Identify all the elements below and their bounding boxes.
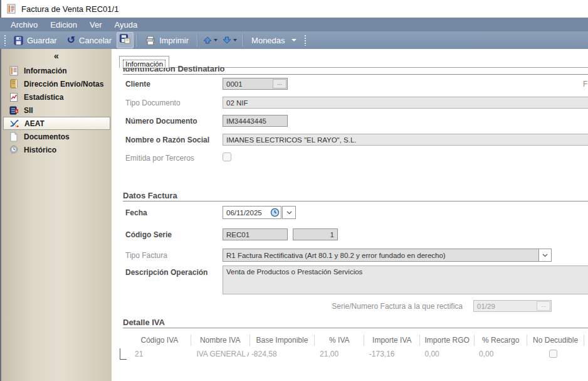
- toolbar-separator: [197, 34, 197, 46]
- sidebar-item-label: Documentos: [24, 132, 70, 141]
- monedas-caret-icon: [291, 39, 297, 41]
- move-up-button[interactable]: [201, 35, 220, 45]
- tipo-factura-select[interactable]: R1 Factura Rectificativa (Art 80.1 y 80.…: [223, 249, 552, 262]
- history-clock-icon: [9, 145, 19, 155]
- tipo-documento-value: 02 NIF: [223, 99, 251, 107]
- rectifica-field[interactable]: 01/29 ...: [473, 300, 552, 312]
- col-nombre-iva[interactable]: Nombre IVA: [191, 335, 249, 346]
- detalle-iva-row[interactable]: 21 IVA GENERAL AL -824,58 21,00 -173,16 …: [129, 348, 588, 360]
- toolbar-separator: [243, 34, 243, 46]
- imprimir-button[interactable]: Imprimir: [140, 34, 194, 47]
- cliente-browse-button[interactable]: ...: [273, 79, 286, 89]
- titlebar: Factura de Venta REC01/1: [0, 0, 588, 18]
- save-template-icon: [120, 34, 130, 44]
- sidebar-item-estadistica[interactable]: Estadística: [1, 90, 112, 104]
- menu-ayuda[interactable]: Ayuda: [109, 19, 144, 31]
- sidebar-item-label: AEAT: [24, 119, 45, 128]
- cutoff-right-label: F: [583, 80, 588, 89]
- undo-icon: ↺: [67, 36, 75, 45]
- tipo-documento-label: Tipo Documento: [125, 99, 219, 107]
- col-importe-iva[interactable]: Importe IVA: [364, 335, 419, 346]
- tab-label: Información: [123, 60, 165, 68]
- numero-documento-label: Número Documento: [125, 117, 219, 126]
- col-base-imponible[interactable]: Base Imponible: [249, 335, 315, 346]
- descripcion-value: Venta de Productos o Prestación Servicio…: [223, 266, 365, 276]
- section-identificacion-title: Identificacion Destinatario: [123, 64, 588, 75]
- address-book-icon: [9, 79, 19, 89]
- toolbar-grip: [304, 35, 307, 46]
- row-selector-marker[interactable]: [120, 348, 127, 360]
- nombre-razon-field[interactable]: IMANES ELECTRICOS "EL RAYO", S.L.: [223, 134, 588, 146]
- monedas-button[interactable]: Monedas: [246, 34, 301, 47]
- numero-documento-field[interactable]: IM34443445: [223, 115, 288, 127]
- col-pct-recargo[interactable]: % Recargo: [474, 335, 527, 346]
- section-detalle-iva-title: Detalle IVA: [123, 318, 588, 328]
- tab-informacion[interactable]: Información: [119, 56, 169, 68]
- no-decudible-checkbox[interactable]: [549, 350, 557, 358]
- tipo-factura-value: R1 Factura Rectificativa (Art 80.1 y 80.…: [223, 252, 449, 259]
- menubar: Archivo Edicion Ver Ayuda: [0, 18, 588, 31]
- col-cutoff[interactable]: P: [584, 335, 588, 346]
- fecha-field[interactable]: 06/11/2025: [223, 206, 281, 219]
- sidebar-item-label: Dirección Envío/Notas: [24, 80, 103, 89]
- rectifica-value: 01/29: [474, 303, 498, 310]
- col-codigo-iva[interactable]: Código IVA: [129, 335, 191, 346]
- col-importe-rgo[interactable]: Importe RGO: [419, 335, 474, 346]
- tipo-documento-field[interactable]: 02 NIF: [223, 97, 588, 109]
- cell-codigo-iva: 21: [129, 348, 190, 360]
- cell-no-decudible: [525, 348, 582, 360]
- toolbar-grip: [4, 35, 6, 46]
- nombre-razon-label: Nombre o Razón Social: [125, 136, 219, 144]
- arrow-up-icon: [203, 36, 212, 44]
- toolbar: Guardar ↺ Cancelar Imprimir: [0, 31, 588, 49]
- cell-pct-iva: 21,00: [313, 348, 363, 360]
- guardar-button[interactable]: Guardar: [9, 34, 62, 47]
- fecha-dropdown-button[interactable]: [282, 206, 296, 219]
- toolbar-separator: [137, 34, 137, 46]
- numero-documento-value: IM34443445: [223, 117, 270, 125]
- sidebar-item-aeat[interactable]: AEAT: [3, 117, 110, 130]
- fecha-clock-icon[interactable]: [270, 208, 280, 217]
- col-pct-iva[interactable]: % IVA: [314, 335, 364, 346]
- codigo-serie-field[interactable]: REC01: [223, 228, 288, 240]
- sidebar: « Información Dirección Envío/Notas Esta…: [0, 49, 112, 381]
- sidebar-item-label: SII: [24, 106, 33, 115]
- sidebar-item-label: Histórico: [24, 146, 56, 154]
- arrow-down-icon: [223, 36, 231, 44]
- sidebar-item-label: Estadística: [24, 93, 63, 102]
- cliente-label: Cliente: [125, 80, 219, 89]
- sidebar-item-documentos[interactable]: Documentos: [1, 130, 112, 143]
- sidebar-collapse-button[interactable]: «: [1, 49, 112, 64]
- descripcion-textarea[interactable]: Venta de Productos o Prestación Servicio…: [223, 266, 588, 294]
- sidebar-item-direccion-envio[interactable]: Dirección Envío/Notas: [1, 77, 112, 90]
- main-panel: Información Identificacion Destinatario …: [112, 49, 588, 381]
- cancelar-button[interactable]: ↺ Cancelar: [62, 34, 117, 47]
- col-no-decudible[interactable]: No Decudible: [527, 335, 584, 346]
- tipo-factura-label: Tipo Factura: [125, 251, 219, 260]
- detalle-iva-header: Código IVA Nombre IVA Base Imponible % I…: [129, 335, 588, 346]
- sidebar-item-sii[interactable]: s SII: [1, 104, 112, 117]
- sidebar-item-historico[interactable]: Histórico: [1, 143, 112, 156]
- move-down-button[interactable]: [220, 35, 239, 45]
- chevron-down-icon: [542, 254, 548, 257]
- arrow-up-caret-icon: [214, 39, 218, 41]
- arrow-down-caret-icon: [233, 39, 237, 41]
- save-special-button[interactable]: [117, 32, 134, 48]
- codigo-serie-label: Código Serie: [125, 230, 219, 239]
- cell-importe-rgo: 0,00: [418, 348, 473, 360]
- cliente-field[interactable]: 0001 ...: [223, 78, 288, 90]
- rectifica-browse-button[interactable]: ...: [537, 301, 550, 311]
- tipo-factura-dropdown-button[interactable]: [538, 249, 551, 261]
- emitida-terceros-checkbox[interactable]: [223, 153, 231, 161]
- numero-serie-field[interactable]: 1: [293, 228, 338, 240]
- invoice-document-icon: [6, 4, 16, 14]
- sidebar-item-informacion[interactable]: Información: [1, 64, 112, 77]
- cell-pct-recargo: 0,00: [473, 348, 525, 360]
- cancelar-label: Cancelar: [79, 36, 112, 45]
- menu-archivo[interactable]: Archivo: [5, 19, 43, 31]
- descripcion-label: Descripción Operación: [125, 268, 219, 277]
- statistics-chart-icon: [9, 92, 19, 102]
- menu-edicion[interactable]: Edicion: [45, 19, 83, 31]
- cell-cutoff: [582, 348, 588, 360]
- menu-ver[interactable]: Ver: [84, 19, 108, 31]
